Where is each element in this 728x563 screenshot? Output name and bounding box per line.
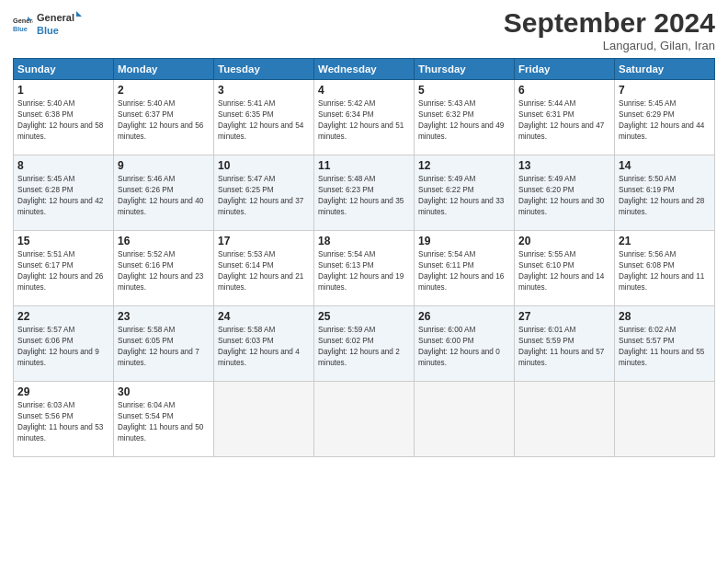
day-info: Sunrise: 5:47 AMSunset: 6:25 PMDaylight:… (218, 174, 310, 218)
day-info: Sunrise: 5:56 AMSunset: 6:08 PMDaylight:… (619, 249, 711, 293)
calendar-container: General Blue General Blue September 2024… (0, 0, 728, 466)
calendar-cell: 20Sunrise: 5:55 AMSunset: 6:10 PMDayligh… (515, 231, 615, 306)
calendar-cell (314, 382, 415, 457)
day-info: Sunrise: 5:40 AMSunset: 6:37 PMDaylight:… (118, 98, 210, 143)
calendar-cell: 28Sunrise: 6:02 AMSunset: 5:57 PMDayligh… (615, 306, 715, 382)
day-number: 10 (218, 159, 310, 172)
day-info: Sunrise: 5:58 AMSunset: 6:03 PMDaylight:… (218, 325, 310, 369)
day-info: Sunrise: 5:46 AMSunset: 6:26 PMDaylight:… (118, 174, 210, 218)
calendar-cell: 30Sunrise: 6:04 AMSunset: 5:54 PMDayligh… (114, 382, 214, 457)
day-info: Sunrise: 5:45 AMSunset: 6:28 PMDaylight:… (17, 174, 109, 218)
title-block: September 2024 Langarud, Gilan, Iran (504, 9, 715, 52)
day-info: Sunrise: 5:50 AMSunset: 6:19 PMDaylight:… (619, 174, 711, 218)
day-info: Sunrise: 5:49 AMSunset: 6:22 PMDaylight:… (418, 174, 510, 218)
weekday-header: Saturday (615, 59, 715, 80)
day-number: 16 (118, 235, 210, 247)
svg-marker-4 (76, 11, 82, 17)
day-number: 15 (17, 235, 109, 247)
location: Langarud, Gilan, Iran (504, 39, 715, 52)
day-number: 27 (518, 310, 610, 323)
calendar-cell (615, 382, 715, 457)
calendar-week-row: 22Sunrise: 5:57 AMSunset: 6:06 PMDayligh… (14, 306, 715, 382)
day-info: Sunrise: 5:58 AMSunset: 6:05 PMDaylight:… (118, 325, 210, 369)
day-info: Sunrise: 5:55 AMSunset: 6:10 PMDaylight:… (518, 249, 610, 293)
calendar-cell: 21Sunrise: 5:56 AMSunset: 6:08 PMDayligh… (615, 231, 715, 306)
weekday-header: Tuesday (214, 59, 314, 80)
day-number: 5 (418, 84, 510, 97)
calendar-cell: 5Sunrise: 5:43 AMSunset: 6:32 PMDaylight… (415, 80, 515, 155)
logo-icon: General Blue (13, 14, 33, 34)
day-info: Sunrise: 6:02 AMSunset: 5:57 PMDaylight:… (619, 325, 711, 369)
calendar-cell: 27Sunrise: 6:01 AMSunset: 5:59 PMDayligh… (515, 306, 615, 382)
month-title: September 2024 (504, 9, 715, 37)
weekday-header: Friday (515, 59, 615, 80)
svg-text:General: General (37, 12, 74, 23)
day-number: 8 (17, 159, 109, 172)
day-info: Sunrise: 6:04 AMSunset: 5:54 PMDaylight:… (118, 400, 210, 444)
day-number: 14 (619, 159, 711, 172)
day-number: 23 (118, 310, 210, 323)
weekday-header: Monday (114, 59, 214, 80)
calendar-cell: 17Sunrise: 5:53 AMSunset: 6:14 PMDayligh… (214, 231, 314, 306)
calendar-cell: 25Sunrise: 5:59 AMSunset: 6:02 PMDayligh… (314, 306, 415, 382)
day-info: Sunrise: 6:03 AMSunset: 5:56 PMDaylight:… (17, 400, 109, 444)
day-info: Sunrise: 5:48 AMSunset: 6:23 PMDaylight:… (318, 174, 410, 218)
logo: General Blue General Blue (13, 9, 83, 39)
day-info: Sunrise: 6:00 AMSunset: 6:00 PMDaylight:… (418, 325, 510, 369)
day-info: Sunrise: 5:45 AMSunset: 6:29 PMDaylight:… (619, 98, 711, 143)
calendar-cell: 2Sunrise: 5:40 AMSunset: 6:37 PMDaylight… (114, 80, 214, 155)
day-number: 12 (418, 159, 510, 172)
calendar-cell: 14Sunrise: 5:50 AMSunset: 6:19 PMDayligh… (615, 155, 715, 231)
day-number: 26 (418, 310, 510, 323)
calendar-cell: 22Sunrise: 5:57 AMSunset: 6:06 PMDayligh… (14, 306, 114, 382)
day-number: 24 (218, 310, 310, 323)
svg-text:Blue: Blue (37, 25, 59, 36)
calendar-cell (515, 382, 615, 457)
calendar-cell: 26Sunrise: 6:00 AMSunset: 6:00 PMDayligh… (415, 306, 515, 382)
calendar-cell (415, 382, 515, 457)
calendar-cell: 11Sunrise: 5:48 AMSunset: 6:23 PMDayligh… (314, 155, 415, 231)
calendar-cell (214, 382, 314, 457)
calendar-cell: 19Sunrise: 5:54 AMSunset: 6:11 PMDayligh… (415, 231, 515, 306)
day-number: 11 (318, 159, 410, 172)
day-number: 17 (218, 235, 310, 247)
day-number: 30 (118, 385, 210, 398)
day-info: Sunrise: 5:49 AMSunset: 6:20 PMDaylight:… (518, 174, 610, 218)
day-info: Sunrise: 5:52 AMSunset: 6:16 PMDaylight:… (118, 249, 210, 293)
logo-svg: General Blue (37, 9, 83, 39)
weekday-header: Thursday (415, 59, 515, 80)
day-number: 3 (218, 84, 310, 97)
calendar-cell: 12Sunrise: 5:49 AMSunset: 6:22 PMDayligh… (415, 155, 515, 231)
calendar-cell: 13Sunrise: 5:49 AMSunset: 6:20 PMDayligh… (515, 155, 615, 231)
calendar-cell: 9Sunrise: 5:46 AMSunset: 6:26 PMDaylight… (114, 155, 214, 231)
day-info: Sunrise: 5:41 AMSunset: 6:35 PMDaylight:… (218, 98, 310, 143)
svg-text:Blue: Blue (13, 25, 28, 33)
day-info: Sunrise: 5:42 AMSunset: 6:34 PMDaylight:… (318, 98, 410, 143)
calendar-cell: 6Sunrise: 5:44 AMSunset: 6:31 PMDaylight… (515, 80, 615, 155)
logo-wordmark: General Blue (37, 9, 83, 39)
day-number: 20 (518, 235, 610, 247)
day-info: Sunrise: 5:44 AMSunset: 6:31 PMDaylight:… (518, 98, 610, 143)
day-info: Sunrise: 6:01 AMSunset: 5:59 PMDaylight:… (518, 325, 610, 369)
day-info: Sunrise: 5:53 AMSunset: 6:14 PMDaylight:… (218, 249, 310, 293)
calendar-cell: 1Sunrise: 5:40 AMSunset: 6:38 PMDaylight… (14, 80, 114, 155)
calendar-week-row: 1Sunrise: 5:40 AMSunset: 6:38 PMDaylight… (14, 80, 715, 155)
calendar-cell: 23Sunrise: 5:58 AMSunset: 6:05 PMDayligh… (114, 306, 214, 382)
header-row: General Blue General Blue September 2024… (13, 9, 715, 52)
calendar-week-row: 29Sunrise: 6:03 AMSunset: 5:56 PMDayligh… (14, 382, 715, 457)
calendar-cell: 3Sunrise: 5:41 AMSunset: 6:35 PMDaylight… (214, 80, 314, 155)
day-info: Sunrise: 5:54 AMSunset: 6:11 PMDaylight:… (418, 249, 510, 293)
weekday-header: Sunday (14, 59, 114, 80)
day-number: 7 (619, 84, 711, 97)
calendar-cell: 8Sunrise: 5:45 AMSunset: 6:28 PMDaylight… (14, 155, 114, 231)
day-number: 21 (619, 235, 711, 247)
day-number: 1 (17, 84, 109, 97)
day-number: 29 (17, 385, 109, 398)
day-info: Sunrise: 5:43 AMSunset: 6:32 PMDaylight:… (418, 98, 510, 143)
day-number: 9 (118, 159, 210, 172)
day-info: Sunrise: 5:51 AMSunset: 6:17 PMDaylight:… (17, 249, 109, 293)
svg-text:General: General (13, 17, 33, 25)
day-info: Sunrise: 5:57 AMSunset: 6:06 PMDaylight:… (17, 325, 109, 369)
day-info: Sunrise: 5:54 AMSunset: 6:13 PMDaylight:… (318, 249, 410, 293)
calendar-cell: 24Sunrise: 5:58 AMSunset: 6:03 PMDayligh… (214, 306, 314, 382)
